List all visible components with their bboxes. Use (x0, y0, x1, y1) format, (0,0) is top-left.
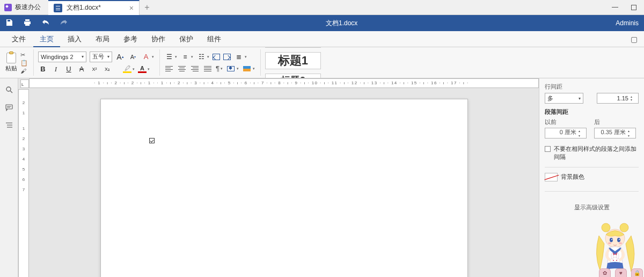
comments-icon[interactable] (5, 104, 13, 113)
svg-line-1 (10, 91, 12, 93)
cut-icon[interactable]: ✂ (20, 52, 28, 59)
spacing-after-label: 后 (594, 118, 636, 126)
mascot-lock-button[interactable]: 🔒 (631, 268, 643, 277)
window-tab-bar: 极速办公 文档1.docx* × + (0, 0, 644, 15)
line-spacing-label: 行间距 (545, 83, 639, 91)
paste-label: 粘贴 (5, 64, 17, 72)
spacing-before-input[interactable]: 0 厘米 ▴▾ (545, 128, 587, 138)
underline-button[interactable]: U (64, 64, 74, 74)
horizontal-ruler[interactable]: · 1 · ı · 2 · ı · 2 · ı · 1 · · 1 · ı · … (29, 78, 539, 88)
mascot-settings-button[interactable]: ✿ (599, 268, 611, 277)
svg-rect-2 (6, 105, 12, 109)
paste-button[interactable]: 粘贴 (5, 53, 17, 72)
increase-font-icon[interactable]: A▴ (115, 52, 125, 62)
vertical-ruler[interactable]: 211234567 (18, 89, 29, 277)
bg-color-swatch-icon[interactable] (545, 173, 558, 181)
align-center-button[interactable] (177, 64, 187, 74)
ruler-corner[interactable]: L (20, 79, 29, 88)
style-heading1[interactable]: 标题1 (265, 52, 321, 69)
left-rail (0, 78, 18, 277)
bg-color-label: 背景颜色 (561, 173, 584, 181)
font-color-button[interactable]: A (138, 65, 147, 73)
font-family-value: Wingdings 2 (41, 54, 74, 60)
bold-button[interactable]: B (38, 64, 48, 74)
minimize-icon[interactable] (612, 7, 618, 8)
redo-icon[interactable] (60, 19, 68, 27)
para-spacing-label: 段落间距 (545, 108, 639, 116)
multilevel-list-button[interactable]: ☷ (196, 52, 206, 62)
checkbox-icon[interactable] (545, 146, 551, 152)
style-heading2[interactable]: 标题2 (265, 74, 321, 78)
align-justify-button[interactable] (203, 64, 213, 74)
font-size-select[interactable]: 五号▾ (90, 52, 112, 62)
save-icon[interactable] (5, 19, 13, 28)
insert-shape-button[interactable] (242, 64, 252, 74)
collapse-ribbon-icon[interactable]: ▢ (631, 35, 644, 43)
change-case-icon[interactable]: A (141, 52, 151, 62)
clipboard-icon (6, 53, 16, 63)
style-gallery: 正常 无空格 标题1 标题2 标题3 (265, 49, 326, 76)
bg-color-row[interactable]: 背景颜色 (545, 173, 639, 181)
format-painter-icon[interactable]: 🖌 (20, 68, 28, 74)
line-spacing-button[interactable]: ≣ (234, 52, 244, 62)
superscript-button[interactable]: X² (90, 64, 99, 74)
copy-icon[interactable]: 📋 (20, 60, 28, 67)
menu-protect[interactable]: 保护 (173, 31, 200, 47)
spacing-before-label: 以前 (545, 118, 587, 126)
strikethrough-button[interactable]: A (77, 64, 86, 74)
spacing-after-input[interactable]: 0.35 厘米 ▴▾ (594, 128, 636, 138)
title-bar: 文档1.docx Adminis (0, 15, 644, 31)
menu-layout[interactable]: 布局 (89, 31, 116, 47)
undo-icon[interactable] (42, 19, 49, 27)
document-tab[interactable]: 文档1.docx* × (48, 0, 140, 15)
no-space-same-style-label: 不要在相同样式的段落之间添加间隔 (554, 145, 639, 162)
search-icon[interactable] (5, 86, 13, 95)
font-size-value: 五号 (92, 53, 104, 61)
workspace: L · 1 · ı · 2 · ı · 2 · ı · 1 · · 1 · ı … (0, 78, 644, 277)
menu-insert[interactable]: 插入 (61, 31, 88, 47)
decrease-font-icon[interactable]: A▾ (128, 52, 138, 62)
subscript-button[interactable]: X₂ (103, 64, 112, 74)
svg-point-0 (6, 87, 11, 91)
ribbon: 粘贴 ✂ 📋 🖌 Wingdings 2▾ 五号▾ A▴ A▾ A▾ B I U… (0, 47, 644, 78)
mascot-heart-button[interactable]: ♥ (615, 268, 627, 277)
no-space-same-style-check[interactable]: 不要在相同样式的段落之间添加间隔 (545, 145, 639, 162)
canvas[interactable] (29, 88, 539, 277)
decrease-indent-button[interactable] (213, 54, 220, 60)
print-icon[interactable] (24, 19, 31, 28)
app-tab[interactable]: 极速办公 (0, 0, 48, 15)
document-area: L · 1 · ı · 2 · ı · 2 · ı · 1 · · 1 · ı … (18, 78, 539, 277)
menu-file[interactable]: 文件 (5, 31, 32, 47)
italic-button[interactable]: I (51, 64, 61, 74)
document-page[interactable] (100, 99, 468, 277)
menu-collab[interactable]: 协作 (145, 31, 172, 47)
menu-component[interactable]: 组件 (201, 31, 228, 47)
document-icon (54, 4, 62, 12)
bullet-list-button[interactable]: ☰ (164, 52, 174, 62)
checkbox-character (149, 138, 155, 143)
close-tab-icon[interactable]: × (129, 4, 134, 12)
paragraph-panel: 行间距 多▾ 1.15 ▴▾ 段落间距 以前 0 厘米 ▴▾ 后 (539, 78, 644, 277)
font-family-select[interactable]: Wingdings 2▾ (38, 52, 86, 62)
style-no-spacing[interactable]: 无空格 (265, 47, 321, 48)
headings-icon[interactable] (5, 121, 13, 130)
paragraph-mark-button[interactable]: ¶ (216, 64, 219, 72)
align-left-button[interactable] (164, 64, 174, 74)
maximize-icon[interactable] (631, 5, 636, 10)
highlight-color-button[interactable]: 🖍 (123, 65, 131, 73)
align-right-button[interactable] (190, 64, 200, 74)
window-controls (612, 0, 644, 15)
show-advanced-link[interactable]: 显示高级设置 (545, 203, 639, 212)
title-bar-document-name: 文档1.docx (68, 19, 616, 28)
shading-button[interactable]: ◆ (226, 64, 236, 74)
new-tab-button[interactable]: + (140, 0, 155, 15)
increase-indent-button[interactable] (223, 54, 231, 60)
line-spacing-value-input[interactable]: 1.15 ▴▾ (597, 93, 639, 104)
menu-tab-bar: 文件 主页 插入 布局 参考 协作 保护 组件 ▢ (0, 31, 644, 47)
user-name[interactable]: Adminis (616, 19, 639, 27)
menu-home[interactable]: 主页 (33, 31, 60, 47)
app-name: 极速办公 (15, 3, 41, 12)
menu-reference[interactable]: 参考 (117, 31, 144, 47)
line-spacing-mode-select[interactable]: 多▾ (545, 93, 583, 104)
number-list-button[interactable]: ≡ (180, 52, 190, 62)
